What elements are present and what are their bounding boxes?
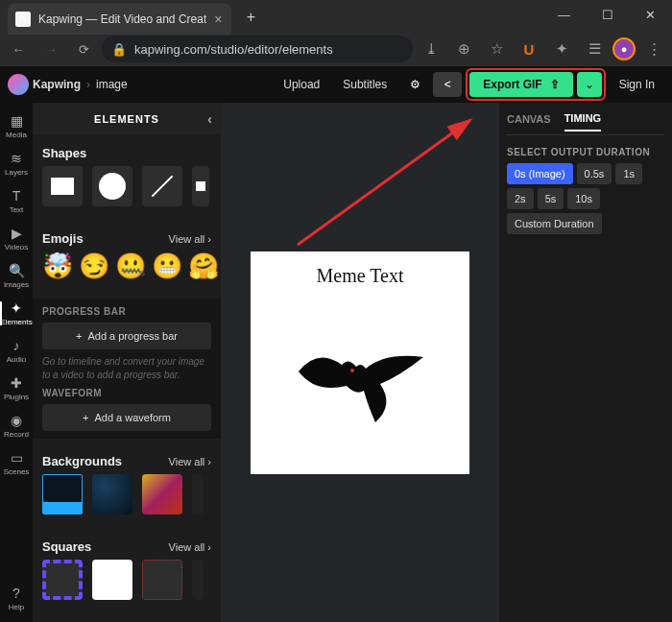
layers-icon: ≋ <box>11 151 22 166</box>
rail-media[interactable]: ▦Media <box>0 108 33 144</box>
collapse-panel-icon[interactable]: ‹ <box>207 111 213 127</box>
rail-text[interactable]: TText <box>0 183 33 219</box>
shape-square-small[interactable] <box>192 166 209 206</box>
settings-button[interactable]: ⚙ <box>400 72 429 97</box>
add-waveform-button[interactable]: + Add a waveform <box>42 404 211 431</box>
subtitles-link[interactable]: Subtitles <box>333 78 396 91</box>
duration-option[interactable]: 10s <box>567 188 600 209</box>
upload-link[interactable]: Upload <box>274 78 329 91</box>
bookmark-icon[interactable]: ☆ <box>482 35 511 63</box>
annotation-arrow-icon <box>288 110 480 254</box>
close-window-button[interactable]: ✕ <box>629 0 672 29</box>
workspace-avatar[interactable] <box>8 74 29 95</box>
rail-layers[interactable]: ≋Layers <box>0 146 33 181</box>
minimize-button[interactable]: — <box>542 0 586 29</box>
shape-rectangle[interactable] <box>42 166 83 206</box>
rail-plugins[interactable]: ✚Plugins <box>0 371 33 406</box>
rail-label: Images <box>4 280 29 289</box>
breadcrumb: Kapwing › image <box>33 78 128 91</box>
install-app-icon[interactable]: ⤓ <box>417 35 445 63</box>
shape-circle[interactable] <box>92 166 132 206</box>
panel-header: ELEMENTS ‹ <box>33 103 221 134</box>
rail-scenes[interactable]: ▭Scenes <box>0 445 33 481</box>
duration-option[interactable]: 0s (Image) <box>507 163 573 184</box>
squares-viewall[interactable]: View all › <box>169 541 211 553</box>
tab-timing[interactable]: TIMING <box>564 112 602 132</box>
meme-text[interactable]: Meme Text <box>251 251 469 287</box>
emojis-viewall[interactable]: View all › <box>169 233 211 245</box>
emoji-item[interactable]: 😏 <box>79 251 106 281</box>
reading-list-icon[interactable]: ☰ <box>580 35 609 63</box>
progress-hint: Go to timeline and convert your image to… <box>42 355 211 382</box>
canvas-area[interactable]: Meme Text <box>221 103 499 622</box>
square-item[interactable] <box>42 560 83 600</box>
help-icon: ? <box>12 586 20 601</box>
ublock-extension-icon[interactable]: U <box>515 35 543 63</box>
new-tab-button[interactable]: + <box>237 4 264 31</box>
rail-label: Layers <box>5 168 28 177</box>
background-item[interactable] <box>142 474 182 514</box>
background-item[interactable] <box>42 474 83 514</box>
sign-in-link[interactable]: Sign In <box>610 78 664 91</box>
scenes-icon: ▭ <box>11 450 23 466</box>
duration-option[interactable]: 2s <box>507 188 534 209</box>
duration-option[interactable]: 1s <box>615 163 642 184</box>
tab-canvas[interactable]: CANVAS <box>507 113 551 131</box>
rail-videos[interactable]: ▶Videos <box>0 221 33 256</box>
rail-images[interactable]: 🔍Images <box>0 258 33 294</box>
plus-icon: + <box>76 330 82 342</box>
profile-avatar[interactable]: ● <box>612 37 636 60</box>
emoji-item[interactable]: 🤐 <box>115 251 142 281</box>
shape-line[interactable] <box>142 166 182 206</box>
export-button[interactable]: Export GIF ⇪ <box>469 72 572 97</box>
bird-image[interactable] <box>289 338 433 424</box>
forward-button[interactable]: → <box>36 35 65 63</box>
browser-menu-icon[interactable]: ⋮ <box>639 35 668 63</box>
text-icon: T <box>12 188 21 203</box>
chevron-down-icon: ⌄ <box>585 78 594 91</box>
duration-option[interactable]: 0.5s <box>577 163 612 184</box>
emoji-item[interactable]: 🤗 <box>188 251 205 281</box>
add-progress-button[interactable]: + Add a progress bar <box>42 323 211 349</box>
duration-option[interactable]: 5s <box>538 188 564 209</box>
export-dropdown[interactable]: ⌄ <box>577 72 602 97</box>
rail-label: Media <box>6 131 27 139</box>
duration-label: SELECT OUTPUT DURATION <box>507 147 664 157</box>
canvas[interactable]: Meme Text <box>251 251 469 474</box>
reload-button[interactable]: ⟳ <box>69 35 98 63</box>
breadcrumb-item[interactable]: image <box>96 78 128 91</box>
square-item[interactable] <box>92 560 132 600</box>
square-item[interactable] <box>142 560 182 600</box>
workspace: ▦Media≋LayersTText▶Videos🔍Images✦Element… <box>0 103 672 622</box>
background-item[interactable] <box>192 474 204 514</box>
rail-record[interactable]: ◉Record <box>0 408 33 443</box>
export-icon: ⇪ <box>550 78 560 91</box>
zoom-icon[interactable]: ⊕ <box>449 35 478 63</box>
square-item[interactable] <box>192 560 204 600</box>
duration-option[interactable]: Custom Duration <box>507 213 602 234</box>
gear-icon: ⚙ <box>410 78 420 91</box>
record-icon: ◉ <box>11 413 22 428</box>
close-tab-icon[interactable]: × <box>214 12 222 27</box>
extensions-icon[interactable]: ✦ <box>547 35 576 63</box>
backgrounds-viewall[interactable]: View all › <box>169 456 211 467</box>
tab-title: Kapwing — Edit Video and Creat <box>38 12 206 26</box>
media-icon: ▦ <box>11 113 23 129</box>
rail-audio[interactable]: ♪Audio <box>0 333 33 369</box>
plus-icon: + <box>83 412 88 423</box>
emoji-item[interactable]: 🤯 <box>42 251 69 281</box>
rail-help[interactable]: ?Help <box>0 581 33 616</box>
background-item[interactable] <box>92 474 132 514</box>
emoji-item[interactable]: 😬 <box>152 251 179 281</box>
browser-tab[interactable]: K Kapwing — Edit Video and Creat × <box>8 3 231 35</box>
back-button[interactable]: ← <box>4 35 33 63</box>
share-button[interactable]: < <box>433 72 462 97</box>
rail-label: Text <box>10 205 24 214</box>
chevron-right-icon: › <box>86 78 90 91</box>
maximize-button[interactable]: ☐ <box>586 0 629 29</box>
rail-label: Scenes <box>4 467 30 476</box>
section-backgrounds-title: Backgrounds <box>42 454 122 468</box>
rail-elements[interactable]: ✦Elements <box>0 296 33 331</box>
breadcrumb-app[interactable]: Kapwing <box>33 78 81 91</box>
address-bar[interactable]: 🔒 kapwing.com/studio/editor/elements <box>102 36 413 62</box>
